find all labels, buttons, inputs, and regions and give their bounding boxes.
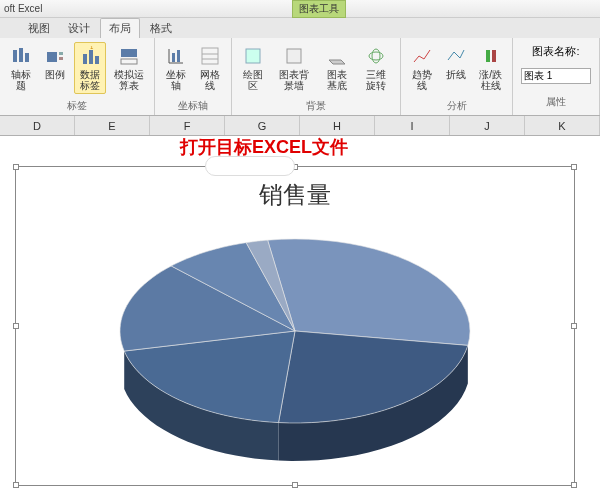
plot-area-button[interactable]: 绘图区 [238, 42, 268, 94]
svg-rect-14 [172, 53, 175, 62]
svg-rect-7 [89, 50, 93, 64]
chart-name-label: 图表名称: [532, 44, 579, 59]
rotation-3d-button[interactable]: 三维旋转 [359, 42, 395, 94]
column-header[interactable]: G [225, 116, 300, 135]
svg-rect-10 [121, 49, 137, 57]
data-table-icon [118, 45, 140, 67]
svg-rect-19 [246, 49, 260, 63]
annotation-bubble [205, 156, 295, 176]
tab-format[interactable]: 格式 [142, 19, 180, 38]
trendline-button[interactable]: 趋势线 [407, 42, 437, 94]
svg-marker-21 [329, 60, 345, 64]
svg-rect-2 [25, 53, 29, 62]
column-header[interactable]: K [525, 116, 600, 135]
svg-rect-5 [59, 57, 63, 60]
group-axes: 坐标轴 网格线 坐标轴 [155, 38, 232, 115]
chart-wall-button[interactable]: 图表背景墙 [272, 42, 315, 94]
title-bar: oft Excel 图表工具 [0, 0, 600, 18]
chart-object[interactable]: 销售量 [15, 166, 575, 486]
chart-wall-icon [283, 45, 305, 67]
group-background: 绘图区 图表背景墙 图表基底 三维旋转 背景 [232, 38, 401, 115]
group-properties: 图表名称: 属性 [513, 38, 600, 115]
svg-text:1: 1 [90, 46, 94, 50]
ribbon-tabs: 视图 设计 布局 格式 [0, 18, 600, 38]
svg-rect-3 [47, 52, 57, 62]
axes-icon [165, 45, 187, 67]
rotation-3d-icon [365, 45, 387, 67]
axes-button[interactable]: 坐标轴 [161, 42, 191, 94]
app-name: oft Excel [4, 3, 42, 14]
axis-title-icon [10, 45, 32, 67]
chart-floor-button[interactable]: 图表基底 [319, 42, 355, 94]
data-labels-icon: 1 [79, 45, 101, 67]
gridlines-button[interactable]: 网格线 [195, 42, 225, 94]
legend-button[interactable]: 图例 [40, 42, 70, 94]
pie-slice[interactable] [268, 239, 470, 345]
contextual-tab-label: 图表工具 [292, 0, 346, 18]
column-headers: DEFGHIJK [0, 116, 600, 136]
svg-rect-25 [492, 50, 496, 62]
column-header[interactable]: E [75, 116, 150, 135]
lines-button[interactable]: 折线 [441, 42, 471, 94]
updown-bars-button[interactable]: 涨/跌 柱线 [475, 42, 506, 94]
updown-bars-icon [480, 45, 502, 67]
axis-title-button[interactable]: 轴标题 [6, 42, 36, 94]
column-header[interactable]: J [450, 116, 525, 135]
data-table-button[interactable]: 模拟运算表 [110, 42, 148, 94]
svg-rect-6 [83, 54, 87, 64]
column-header[interactable]: D [0, 116, 75, 135]
column-header[interactable]: H [300, 116, 375, 135]
gridlines-icon [199, 45, 221, 67]
svg-point-22 [369, 52, 383, 60]
svg-rect-11 [121, 59, 137, 64]
plot-area-icon [242, 45, 264, 67]
svg-rect-24 [486, 50, 490, 62]
chart-title[interactable]: 销售量 [16, 179, 574, 211]
svg-rect-1 [19, 48, 23, 62]
column-header[interactable]: F [150, 116, 225, 135]
svg-rect-20 [287, 49, 301, 63]
chart-floor-icon [326, 45, 348, 67]
svg-rect-4 [59, 52, 63, 55]
svg-rect-15 [177, 50, 180, 62]
tab-view[interactable]: 视图 [20, 19, 58, 38]
legend-icon [44, 45, 66, 67]
svg-rect-16 [202, 48, 218, 64]
lines-icon [445, 45, 467, 67]
group-analysis: 趋势线 折线 涨/跌 柱线 分析 [401, 38, 513, 115]
annotation-text: 打开目标EXCEL文件 [180, 135, 348, 159]
svg-point-23 [372, 49, 380, 63]
group-labels: 轴标题 图例 1 数据标签 模拟运算表 标签 [0, 38, 155, 115]
ribbon: 轴标题 图例 1 数据标签 模拟运算表 标签 坐标轴 [0, 38, 600, 116]
pie-chart[interactable] [16, 221, 574, 471]
data-labels-button[interactable]: 1 数据标签 [74, 42, 106, 94]
tab-design[interactable]: 设计 [60, 19, 98, 38]
svg-rect-0 [13, 50, 17, 62]
svg-rect-8 [95, 56, 99, 64]
worksheet-area[interactable]: 销售量 [0, 136, 600, 500]
trendline-icon [411, 45, 433, 67]
tab-layout[interactable]: 布局 [100, 18, 140, 38]
chart-name-input[interactable] [521, 68, 591, 84]
column-header[interactable]: I [375, 116, 450, 135]
